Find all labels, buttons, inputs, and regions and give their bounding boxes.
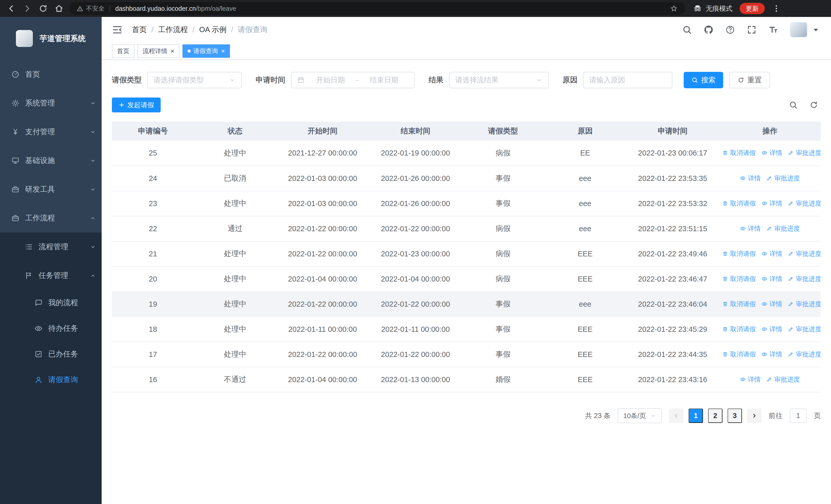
back-icon[interactable] bbox=[7, 4, 16, 13]
sidebar-item-infrastructure[interactable]: 基础设施 bbox=[0, 146, 102, 175]
page-1-button[interactable]: 1 bbox=[689, 409, 703, 423]
refresh-table-icon[interactable] bbox=[809, 100, 818, 109]
close-tab-icon[interactable]: × bbox=[221, 48, 225, 54]
detail-link[interactable]: 详情 bbox=[740, 224, 761, 233]
eye-icon bbox=[762, 326, 767, 332]
cancel-leave-link[interactable]: 取消请假 bbox=[722, 149, 756, 157]
help-icon[interactable] bbox=[725, 25, 735, 35]
create-leave-button[interactable]: 发起请假 bbox=[112, 97, 161, 112]
eye-icon bbox=[762, 351, 767, 357]
sidebar-item-devtools[interactable]: 研发工具 bbox=[0, 175, 102, 204]
user-avatar[interactable] bbox=[790, 22, 821, 37]
detail-link[interactable]: 详情 bbox=[740, 174, 761, 182]
fullscreen-icon[interactable] bbox=[747, 25, 756, 35]
page-size-select[interactable]: 10条/页 bbox=[618, 408, 662, 423]
close-tab-icon[interactable]: × bbox=[170, 48, 174, 54]
detail-link[interactable]: 详情 bbox=[740, 375, 761, 384]
approval-progress-link[interactable]: 审批进度 bbox=[766, 375, 800, 384]
detail-link[interactable]: 详情 bbox=[762, 149, 782, 157]
sidebar-item-todo-tasks[interactable]: 待办任务 bbox=[0, 316, 102, 341]
cell-leave-type: 病假 bbox=[462, 141, 544, 166]
approval-progress-link[interactable]: 审批进度 bbox=[788, 300, 821, 308]
page: 首页/工作流程/OA 示例/请假查询 首页流程详情×请假查询× bbox=[102, 17, 831, 504]
next-page-button[interactable] bbox=[747, 409, 762, 423]
sidebar-item-process-mgmt[interactable]: 流程管理 bbox=[0, 233, 102, 261]
cancel-leave-link[interactable]: 取消请假 bbox=[722, 249, 756, 258]
breadcrumb: 首页/工作流程/OA 示例/请假查询 bbox=[132, 25, 268, 35]
reset-button-label: 重置 bbox=[747, 75, 762, 85]
filter-form: 请假类型 请选择请假类型 申请时间 开始日期 - 结束日期 结果 请选择流 bbox=[112, 72, 821, 88]
sidebar-item-workflow[interactable]: 工作流程 bbox=[0, 204, 102, 233]
sidebar-item-leave-query[interactable]: 请假查询 bbox=[0, 367, 102, 393]
tab-process-detail[interactable]: 流程详情× bbox=[138, 45, 179, 58]
approval-progress-link[interactable]: 审批进度 bbox=[766, 174, 800, 182]
prev-page-button[interactable] bbox=[669, 409, 683, 423]
address-bar[interactable]: 不安全 dashboard.yudao.iocoder.cn/bpm/oa/le… bbox=[69, 2, 685, 15]
approval-progress-link[interactable]: 审批进度 bbox=[788, 249, 821, 258]
approval-progress-link[interactable]: 审批进度 bbox=[788, 325, 821, 333]
forward-icon[interactable] bbox=[23, 4, 32, 13]
approval-progress-link[interactable]: 审批进度 bbox=[788, 350, 821, 358]
listtree-icon bbox=[25, 243, 33, 251]
collapse-sidebar-icon[interactable] bbox=[112, 24, 123, 35]
bookmark-star-icon[interactable] bbox=[670, 4, 678, 12]
cell-start-time: 2022-01-22 00:00:00 bbox=[276, 216, 369, 241]
cancel-leave-link[interactable]: 取消请假 bbox=[722, 350, 756, 358]
goto-page-input[interactable] bbox=[790, 409, 807, 423]
apply-time-range[interactable]: 开始日期 - 结束日期 bbox=[291, 72, 415, 88]
detail-link[interactable]: 详情 bbox=[762, 274, 782, 283]
page-2-button[interactable]: 2 bbox=[708, 409, 722, 423]
cancel-leave-link[interactable]: 取消请假 bbox=[722, 325, 756, 333]
calendar-icon bbox=[297, 77, 305, 84]
approval-progress-link[interactable]: 审批进度 bbox=[788, 149, 821, 157]
eye-icon bbox=[762, 276, 767, 282]
detail-link[interactable]: 详情 bbox=[762, 350, 782, 358]
cancel-leave-link[interactable]: 取消请假 bbox=[722, 274, 756, 283]
breadcrumb-item[interactable]: OA 示例 bbox=[199, 25, 226, 35]
reset-button[interactable]: 重置 bbox=[729, 72, 770, 88]
security-warning-icon[interactable] bbox=[77, 5, 83, 12]
sidebar-item-system[interactable]: 系统管理 bbox=[0, 89, 102, 118]
cancel-leave-link[interactable]: 取消请假 bbox=[722, 199, 756, 208]
breadcrumb-item[interactable]: 首页 bbox=[132, 25, 147, 35]
cell-end-time: 2022-01-22 00:00:00 bbox=[369, 292, 462, 317]
tab-home[interactable]: 首页 bbox=[112, 45, 135, 58]
github-icon[interactable] bbox=[704, 25, 713, 35]
reload-icon[interactable] bbox=[38, 4, 48, 13]
search-button[interactable]: 搜索 bbox=[684, 72, 723, 88]
cell-end-time: 2022-01-26 00:00:00 bbox=[369, 191, 462, 216]
cell-end-time: 2022-01-22 00:00:00 bbox=[369, 216, 462, 241]
table-body: 25处理中2021-12-27 00:00:002022-01-19 00:00… bbox=[112, 141, 821, 392]
chevron-up-icon bbox=[90, 215, 96, 221]
tab-leave-query[interactable]: 请假查询× bbox=[182, 45, 230, 58]
page-3-button[interactable]: 3 bbox=[727, 409, 742, 423]
leave-type-select[interactable]: 请选择请假类型 bbox=[147, 72, 242, 88]
browser-update-button[interactable]: 更新 bbox=[740, 3, 765, 14]
cell-apply-time: 2022-01-22 23:53:35 bbox=[626, 166, 719, 191]
detail-link[interactable]: 详情 bbox=[762, 249, 782, 258]
app-logo[interactable]: 芋道管理系统 bbox=[0, 17, 102, 60]
browser-menu-icon[interactable] bbox=[772, 4, 781, 13]
reason-input[interactable] bbox=[583, 72, 672, 88]
result-select[interactable]: 请选择流结果 bbox=[449, 72, 549, 88]
sidebar-item-task-mgmt[interactable]: 任务管理 bbox=[0, 261, 102, 290]
approval-progress-link[interactable]: 审批进度 bbox=[766, 224, 800, 233]
sidebar-item-label: 已办任务 bbox=[48, 349, 78, 359]
sidebar-item-home[interactable]: 首页 bbox=[0, 60, 102, 89]
sidebar-item-my-process[interactable]: 我的流程 bbox=[0, 290, 102, 316]
browser-home-icon[interactable] bbox=[54, 4, 64, 13]
sidebar-item-label: 研发工具 bbox=[25, 184, 55, 195]
detail-link[interactable]: 详情 bbox=[762, 325, 782, 333]
sidebar-item-payment[interactable]: 支付管理 bbox=[0, 118, 102, 146]
sidebar-item-done-tasks[interactable]: 已办任务 bbox=[0, 341, 102, 367]
font-size-icon[interactable] bbox=[768, 25, 778, 35]
detail-link[interactable]: 详情 bbox=[762, 199, 782, 208]
detail-link[interactable]: 详情 bbox=[762, 300, 782, 308]
approval-progress-link[interactable]: 审批进度 bbox=[788, 274, 821, 283]
toggle-search-icon[interactable] bbox=[789, 100, 798, 109]
breadcrumb-item[interactable]: 工作流程 bbox=[158, 25, 188, 35]
header-search-icon[interactable] bbox=[682, 25, 692, 35]
cancel-leave-link[interactable]: 取消请假 bbox=[722, 300, 756, 308]
approval-progress-link[interactable]: 审批进度 bbox=[788, 199, 821, 208]
goto-suffix: 页 bbox=[814, 411, 821, 420]
